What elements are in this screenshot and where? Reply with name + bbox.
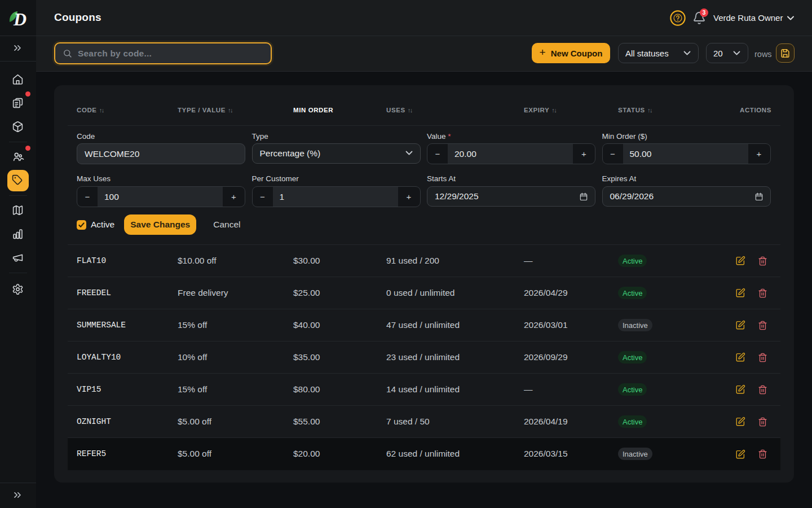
svg-text:D: D (13, 9, 27, 29)
